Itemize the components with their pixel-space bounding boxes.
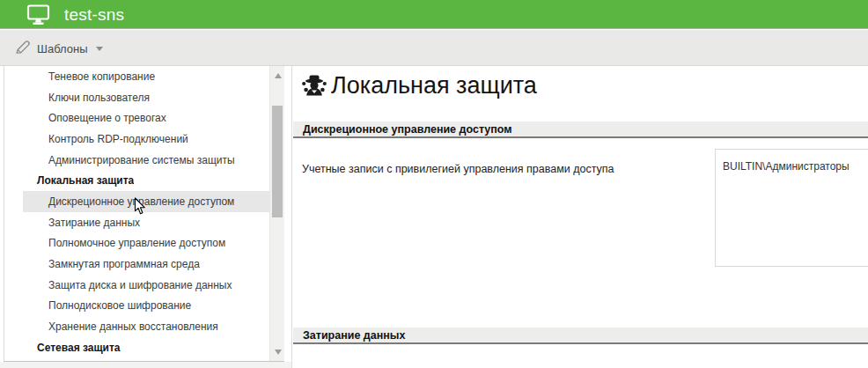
sidebar-tree-item[interactable]: Теневое копирование	[23, 66, 270, 87]
scrollbar-thumb[interactable]	[272, 106, 283, 217]
sidebar-tree-item[interactable]: Полномочное управление доступом	[23, 233, 270, 254]
sidebar-item-label: Защита диска и шифрование данных	[23, 279, 232, 291]
pencil-icon	[14, 39, 31, 59]
sidebar-tree-item[interactable]: Затирание данных	[23, 212, 270, 233]
templates-menu-button[interactable]: Шаблоны	[14, 38, 103, 59]
accounts-listbox[interactable]: BUILTIN\Администраторы	[715, 149, 868, 267]
sidebar-tree-item[interactable]: Хранение данных восстановления	[23, 316, 270, 337]
sidebar-item-label: Дискреционное управление доступом	[23, 195, 234, 208]
chevron-down-icon	[96, 47, 103, 51]
page-title: Локальная защита	[331, 72, 537, 99]
sidebar-tree-item[interactable]: Локальная защита	[23, 170, 270, 191]
monitor-icon	[26, 4, 50, 30]
local-protection-badge-icon	[301, 73, 327, 104]
accounts-privilege-label: Учетные записи с привилегией управления …	[302, 163, 614, 175]
window-title: test-sns	[64, 0, 124, 29]
sidebar-scrollbar[interactable]	[269, 66, 284, 361]
sidebar-bottom-strip	[0, 362, 291, 368]
sidebar-item-label: Локальная защита	[23, 174, 134, 187]
sidebar-tree-item[interactable]: Контроль RDP-подключений	[23, 129, 270, 150]
templates-menu-label: Шаблоны	[37, 42, 88, 55]
section-header-data-erasure: Затирание данных	[293, 328, 868, 344]
sidebar-item-label: Хранение данных восстановления	[23, 320, 218, 333]
sidebar-tree-item[interactable]: Полнодисковое шифрование	[23, 296, 270, 317]
sidebar-item-label: Затирание данных	[23, 217, 140, 229]
sidebar-item-label: Теневое копирование	[23, 70, 155, 83]
sidebar-item-label: Оповещение о тревогах	[23, 112, 166, 124]
sidebar-tree-item[interactable]: Сетевая защита	[23, 337, 270, 358]
sidebar-item-label: Сетевая защита	[23, 342, 121, 354]
toolbar: Шаблоны	[0, 30, 868, 66]
scroll-down-icon[interactable]	[270, 344, 284, 359]
sidebar-tree-item[interactable]: Администрирование системы защиты	[23, 150, 270, 171]
section-title: Дискреционное управление доступом	[293, 123, 512, 136]
sidebar-tree-item[interactable]: Оповещение о тревогах	[23, 107, 270, 129]
scroll-up-icon[interactable]	[270, 68, 284, 83]
sidebar-tree-item[interactable]: Защита диска и шифрование данных	[23, 275, 270, 296]
sidebar-tree-item[interactable]: Дискреционное управление доступом	[23, 191, 270, 212]
sidebar-item-label: Контроль RDP-подключений	[23, 133, 188, 145]
account-list-item[interactable]: BUILTIN\Администраторы	[716, 150, 868, 173]
sidebar-tree-item[interactable]: Замкнутая программная среда	[23, 254, 270, 275]
main-content-pane: Локальная защита Дискреционное управлени…	[292, 66, 868, 368]
sidebar-tree-item[interactable]: Ключи пользователя	[23, 87, 270, 108]
settings-tree: Теневое копирование Ключи пользователя О…	[4, 66, 269, 358]
settings-tree-panel: Теневое копирование Ключи пользователя О…	[4, 66, 284, 362]
sidebar-item-label: Ключи пользователя	[23, 92, 150, 104]
sidebar-item-label: Полнодисковое шифрование	[23, 299, 191, 312]
sidebar-item-label: Администрирование системы защиты	[23, 154, 235, 166]
sidebar-item-label: Полномочное управление доступом	[23, 237, 225, 249]
section-header-discretionary: Дискреционное управление доступом	[293, 121, 868, 138]
window-titlebar: test-sns	[0, 0, 868, 29]
sidebar-item-label: Замкнутая программная среда	[23, 258, 200, 270]
section-title: Затирание данных	[293, 329, 405, 342]
